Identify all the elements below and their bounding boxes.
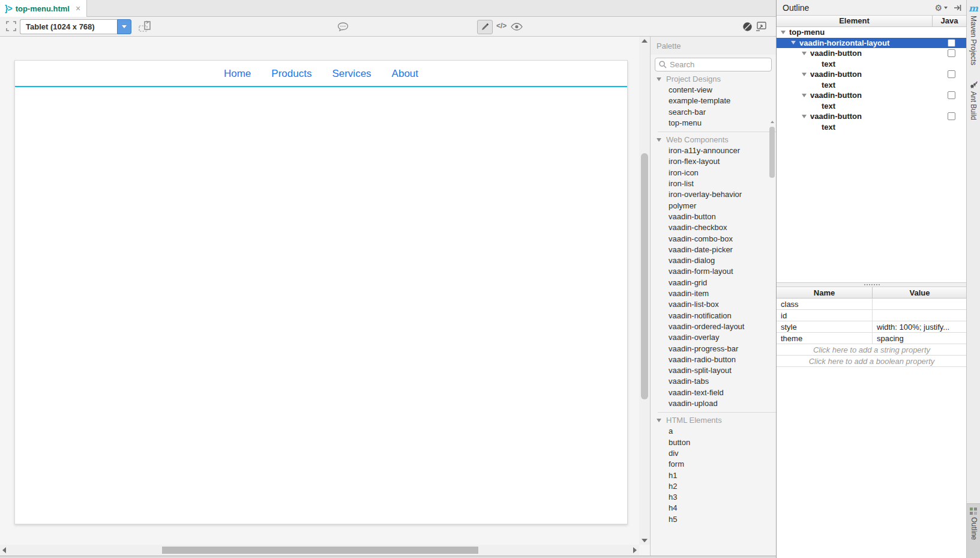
palette-item[interactable]: search-bar <box>651 107 776 118</box>
tree-row-text[interactable]: text <box>777 59 966 70</box>
palette-item[interactable]: vaadin-list-box <box>651 299 776 310</box>
palette-item[interactable]: h5 <box>651 514 776 525</box>
nav-link-home[interactable]: Home <box>224 68 251 80</box>
palette-item[interactable]: top-menu <box>651 118 776 129</box>
device-selector[interactable]: Tablet (1024 x 768) <box>20 19 131 34</box>
palette-section-html-elements[interactable]: HTML Elements <box>651 414 776 426</box>
palette-item[interactable]: iron-overlay-behavior <box>651 189 776 200</box>
palette-item[interactable]: vaadin-ordered-layout <box>651 321 776 332</box>
panel-splitter[interactable] <box>777 282 967 287</box>
palette-item[interactable]: vaadin-tabs <box>651 376 776 387</box>
expander-icon[interactable] <box>802 115 807 118</box>
tree-row-text[interactable]: text <box>777 80 966 91</box>
tree-row-text[interactable]: text <box>777 122 966 133</box>
palette-item[interactable]: vaadin-grid <box>651 277 776 288</box>
disable-preview-icon[interactable] <box>742 22 753 32</box>
horizontal-scrollbar-thumb[interactable] <box>162 547 478 554</box>
palette-item[interactable]: example-template <box>651 96 776 106</box>
palette-item[interactable]: vaadin-button <box>651 211 776 222</box>
scroll-left-arrow[interactable] <box>0 546 8 554</box>
nav-link-about[interactable]: About <box>392 68 418 80</box>
java-checkbox[interactable] <box>948 70 955 78</box>
java-checkbox[interactable] <box>948 91 955 99</box>
tree-row-top-menu[interactable]: top-menu <box>777 27 966 38</box>
property-value[interactable]: spacing <box>873 334 967 343</box>
device-selector-value[interactable]: Tablet (1024 x 768) <box>20 19 117 34</box>
column-header-element[interactable]: Element <box>777 16 933 26</box>
palette-scroll-up-arrow[interactable] <box>769 119 775 124</box>
palette-item[interactable]: vaadin-radio-button <box>651 354 776 365</box>
tree-row-vaadin-button[interactable]: vaadin-button <box>777 48 966 59</box>
tool-tab-maven-projects[interactable]: Maven Projects <box>969 16 978 65</box>
property-row-style[interactable]: style width: 100%; justify... <box>777 321 967 333</box>
property-name[interactable]: style <box>777 321 873 332</box>
selection-frame-icon[interactable] <box>6 21 16 31</box>
palette-item[interactable]: content-view <box>651 85 776 96</box>
rotate-device-icon[interactable] <box>138 20 151 32</box>
canvas-vertical-scrollbar[interactable] <box>639 37 650 545</box>
palette-item[interactable]: form <box>651 459 776 470</box>
property-row-id[interactable]: id <box>777 310 967 321</box>
scroll-right-arrow[interactable] <box>631 546 639 554</box>
palette-item[interactable]: vaadin-upload <box>651 398 776 409</box>
gear-icon[interactable]: ⚙ <box>934 4 942 12</box>
open-in-window-icon[interactable] <box>755 21 767 32</box>
palette-item[interactable]: vaadin-split-layout <box>651 365 776 376</box>
expander-icon[interactable] <box>791 41 796 44</box>
vertical-scrollbar-thumb[interactable] <box>641 153 648 399</box>
palette-item[interactable]: vaadin-progress-bar <box>651 344 776 354</box>
tool-tab-outline-selected[interactable]: Outline <box>967 503 980 558</box>
expander-icon[interactable] <box>802 94 807 97</box>
canvas-horizontal-scrollbar[interactable] <box>0 545 639 556</box>
palette-item[interactable]: iron-a11y-announcer <box>651 145 776 156</box>
palette-item[interactable]: vaadin-form-layout <box>651 266 776 277</box>
tab-top-menu[interactable]: }> top-menu.html × <box>0 0 87 17</box>
tree-row-vaadin-button[interactable]: vaadin-button <box>777 69 966 80</box>
palette-item[interactable]: vaadin-notification <box>651 311 776 321</box>
properties-header-name[interactable]: Name <box>777 287 873 298</box>
nav-link-products[interactable]: Products <box>271 68 311 80</box>
java-checkbox[interactable] <box>948 49 955 57</box>
palette-item[interactable]: vaadin-combo-box <box>651 234 776 244</box>
nav-link-services[interactable]: Services <box>332 68 371 80</box>
property-value[interactable]: width: 100%; justify... <box>873 323 967 332</box>
column-header-java[interactable]: Java <box>933 16 966 26</box>
tab-close-icon[interactable]: × <box>76 4 80 13</box>
property-row-class[interactable]: class <box>777 299 967 310</box>
palette-section-web-components[interactable]: Web Components <box>651 134 776 145</box>
tree-row-vaadin-button[interactable]: vaadin-button <box>777 111 966 122</box>
add-string-property-row[interactable]: Click here to add a string property <box>777 344 967 356</box>
palette-item[interactable]: vaadin-item <box>651 288 776 299</box>
palette-item[interactable]: button <box>651 437 776 448</box>
device-selector-dropdown-button[interactable] <box>117 19 131 34</box>
scroll-down-arrow[interactable] <box>639 536 650 545</box>
property-row-theme[interactable]: theme spacing <box>777 333 967 344</box>
hide-panel-icon[interactable] <box>954 4 961 11</box>
palette-item[interactable]: h3 <box>651 492 776 503</box>
palette-item[interactable]: vaadin-overlay <box>651 332 776 343</box>
palette-item[interactable]: h2 <box>651 481 776 492</box>
code-view-icon[interactable]: </> <box>496 22 507 30</box>
property-name[interactable]: class <box>777 299 873 309</box>
palette-item[interactable]: polymer <box>651 201 776 211</box>
java-checkbox[interactable] <box>948 39 955 47</box>
comment-icon[interactable] <box>337 22 349 32</box>
palette-item[interactable]: vaadin-dialog <box>651 255 776 266</box>
palette-item[interactable]: a <box>651 426 776 437</box>
palette-item[interactable]: vaadin-date-picker <box>651 244 776 255</box>
preview-page[interactable]: Home Products Services About <box>14 60 628 524</box>
expander-icon[interactable] <box>781 31 786 34</box>
preview-eye-icon[interactable] <box>511 23 523 31</box>
property-name[interactable]: id <box>777 310 873 321</box>
properties-header-value[interactable]: Value <box>873 288 967 297</box>
search-input[interactable] <box>670 60 760 69</box>
palette-item[interactable]: iron-list <box>651 178 776 189</box>
scroll-up-arrow[interactable] <box>639 37 650 45</box>
palette-item[interactable]: vaadin-text-field <box>651 387 776 398</box>
add-boolean-property-row[interactable]: Click here to add a boolean property <box>777 356 967 367</box>
tool-tab-ant-build[interactable]: Ant Build <box>969 91 978 120</box>
palette-item[interactable]: h1 <box>651 470 776 481</box>
tree-row-vaadin-button[interactable]: vaadin-button <box>777 90 966 101</box>
palette-item[interactable]: iron-icon <box>651 168 776 178</box>
expander-icon[interactable] <box>802 52 807 55</box>
